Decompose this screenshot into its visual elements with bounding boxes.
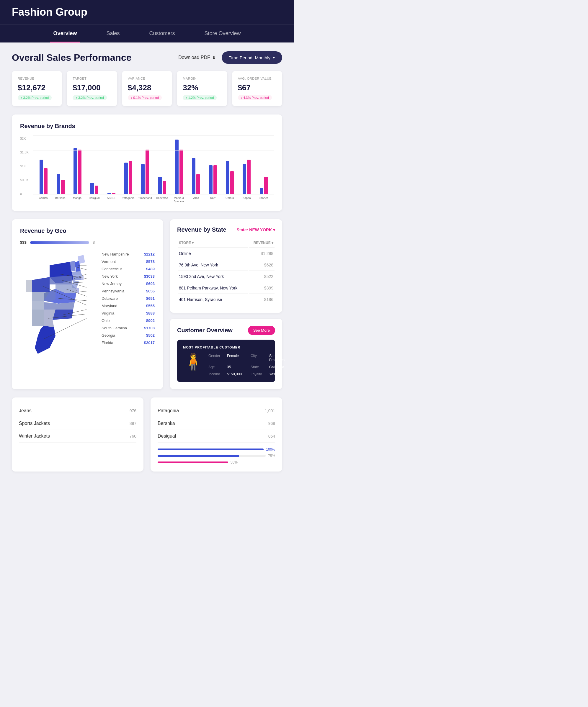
customer-overview-section: Customer Overview See More MOST PROFITAB… — [170, 319, 282, 389]
nav-item-sales[interactable]: Sales — [103, 25, 123, 42]
bar-pink — [95, 186, 98, 194]
kpi-card-margin: MARGIN 32% ↑ 1.2% Prev. period — [177, 71, 227, 106]
state-table: STORE ▾ REVENUE ▾ Online$1,29876 9th Ave… — [177, 238, 275, 306]
bar-blue — [57, 174, 60, 194]
header: Fashion Group — [0, 0, 294, 24]
see-more-button[interactable]: See More — [248, 326, 275, 335]
download-icon: ⬇ — [212, 55, 216, 61]
bar-blue — [192, 158, 195, 194]
brand-group-mango — [70, 148, 85, 194]
most-profitable-title: MOST PROFITABLE CUSTOMER — [183, 345, 269, 349]
nav-item-customers[interactable]: Customers — [146, 25, 178, 42]
bar-pink — [264, 177, 268, 194]
kpi-card-revenue: REVENUE $12,672 ↑ 3.2% Prev. period — [12, 71, 62, 106]
svg-marker-19 — [32, 301, 44, 309]
list-item: Patagonia1,001 — [158, 405, 275, 417]
legend-high: $$$ — [20, 240, 27, 245]
svg-marker-3 — [72, 271, 82, 276]
bar-pink — [44, 168, 47, 194]
brand-group-converse — [154, 177, 170, 194]
geo-state-list: New Hampshire$2212 Vermont$578 Connectic… — [102, 250, 155, 364]
chevron-down-icon: ▾ — [273, 55, 275, 60]
y-label-0.5k: $0.5K — [20, 178, 33, 182]
target-badge: ↑ 3.2% Prev. period — [73, 95, 106, 100]
product-list-section: Jeans976Sports Jackets897Winter Jackets7… — [12, 398, 143, 472]
bar-pink — [61, 180, 65, 194]
geo-row-nj: New Jersey$693 — [102, 280, 155, 288]
state-selector[interactable]: State: NEW YORK ▾ — [237, 228, 275, 232]
svg-marker-21 — [26, 280, 32, 292]
right-column: Revenue by State State: NEW YORK ▾ STORE… — [170, 219, 282, 389]
kpi-card-variance: VARIANCE $4,328 ↓ 0.1% Prev. period — [122, 71, 172, 106]
svg-marker-17 — [32, 277, 50, 292]
detail-loyalty: Loyalty Yes — [251, 372, 285, 376]
bar-label: Vans — [188, 196, 204, 203]
bar-label: Patagonia — [120, 196, 136, 203]
bar-blue — [107, 193, 111, 194]
geo-row-ny: New York$3033 — [102, 273, 155, 280]
pct-75: 75% — [268, 454, 275, 458]
geo-legend: $$$ $ — [20, 240, 155, 245]
bar-pink — [145, 149, 149, 194]
bar-label: Timberland — [137, 196, 153, 203]
customer-section-title: Customer Overview — [177, 327, 233, 334]
bar-label: Umbra — [222, 196, 238, 203]
state-section-title: Revenue by State — [177, 226, 226, 233]
brands-chart-section: Revenue by Brands $2K $1.5K $1K $0.5K 0 — [12, 114, 282, 211]
nav-item-overview[interactable]: Overview — [50, 25, 80, 42]
table-row: 881 Pelham Parkway, New York$399 — [178, 283, 274, 294]
main-content: Overall Sales Performance Download PDF ⬇… — [0, 42, 294, 480]
bar-label: Starter — [256, 196, 271, 203]
col-revenue-header: REVENUE ▾ — [249, 238, 274, 247]
geo-row-va: Virginia$888 — [102, 309, 155, 317]
geo-row-nh: New Hampshire$2212 — [102, 250, 155, 258]
revenue-by-geo: Revenue by Geo $$$ $ — [12, 219, 163, 389]
brand-group-patagonia — [121, 161, 136, 194]
app-title: Fashion Group — [12, 6, 282, 18]
download-pdf-button[interactable]: Download PDF ⬇ — [178, 55, 216, 61]
detail-gender: Gender Female — [208, 354, 242, 362]
title-row: Overall Sales Performance Download PDF ⬇… — [12, 52, 282, 64]
margin-badge: ↑ 1.2% Prev. period — [183, 95, 217, 100]
geo-title: Revenue by Geo — [20, 228, 155, 234]
bar-label: ASICS — [103, 196, 119, 203]
pct-100: 100% — [266, 447, 275, 451]
bar-pink — [196, 174, 200, 194]
state-chevron-icon: ▾ — [273, 228, 275, 232]
bar-label: Adidas — [35, 196, 51, 203]
title-actions: Download PDF ⬇ Time Period: Monthly ▾ — [178, 52, 282, 64]
geo-row-oh: Ohio$902 — [102, 317, 155, 324]
brand-list-section: Patagonia1,001Bershka968Desigual854 100%… — [151, 398, 282, 472]
most-profitable-card: MOST PROFITABLE CUSTOMER 🧍 Gender Female… — [177, 340, 275, 382]
bar-label: Converse — [154, 196, 170, 203]
y-label-1k: $1K — [20, 164, 33, 168]
bar-pink — [78, 149, 81, 194]
time-period-button[interactable]: Time Period: Monthly ▾ — [222, 52, 282, 64]
customer-avatar: 🧍 — [183, 354, 204, 370]
geo-section: Revenue by Geo $$$ $ — [12, 219, 282, 389]
sort-icon: ▾ — [192, 241, 194, 245]
bar-blue — [260, 188, 263, 194]
brand-group-starter — [256, 177, 271, 194]
kpi-card-target: TARGET $17,000 ↑ 3.2% Prev. period — [67, 71, 117, 106]
bar-blue — [124, 163, 128, 194]
kpi-cards-row: REVENUE $12,672 ↑ 3.2% Prev. period TARG… — [12, 71, 282, 106]
bar-blue — [73, 148, 77, 194]
bar-blue — [158, 177, 162, 194]
geo-row-sc: South Carolina$1708 — [102, 324, 155, 332]
bar-blue — [242, 164, 246, 194]
geo-row-ga: Georgia$502 — [102, 332, 155, 339]
geo-row-md: Maryland$555 — [102, 302, 155, 309]
brand-group-desigual — [87, 183, 102, 194]
detail-city: City San Francisco — [251, 354, 285, 362]
y-label-1.5k: $1.5K — [20, 150, 33, 154]
nav-item-store-overview[interactable]: Store Overview — [202, 25, 244, 42]
kpi-card-avg-order: AVG. ORDER VALUE $67 ↓ 4.3% Prev. period — [232, 71, 282, 106]
list-item: Desigual854 — [158, 430, 275, 443]
percentage-bars: 100% 75% 50% — [158, 447, 275, 465]
customer-details: Gender Female City San Francisco Age 35 — [208, 354, 285, 376]
list-item: Winter Jackets760 — [19, 430, 136, 443]
bar-label: Desigual — [86, 196, 102, 203]
table-row: Online$1,298 — [178, 248, 274, 259]
bar-pink — [230, 171, 234, 194]
